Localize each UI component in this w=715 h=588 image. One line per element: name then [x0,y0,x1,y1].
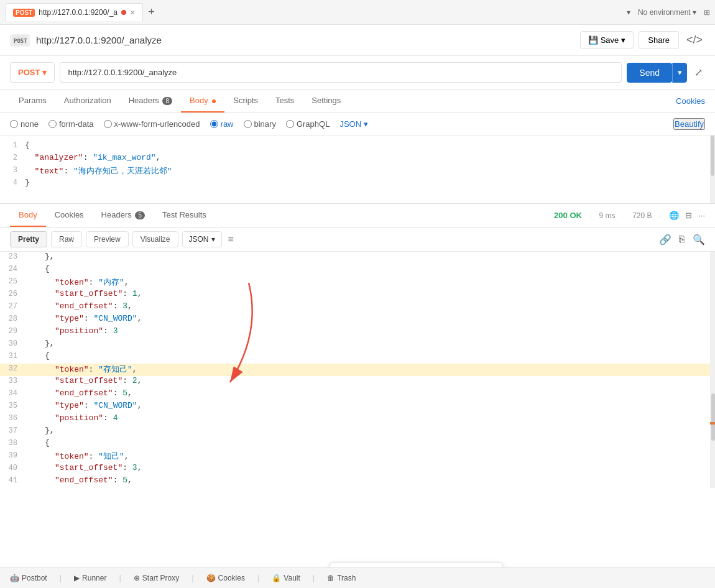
body-options: none form-data x-www-form-urlencoded raw… [0,113,715,136]
option-form-data[interactable]: form-data [48,119,94,129]
save-button[interactable]: 💾 Save ▾ [580,31,634,49]
option-urlencoded[interactable]: x-www-form-urlencoded [104,119,200,129]
response-format-select[interactable]: JSON ▾ [182,231,222,247]
code-line-1: 1 { [0,140,715,153]
expand-icon[interactable]: ⤢ [692,64,705,81]
headers-badge: 8 [162,97,172,105]
request-type-icon: POST [10,34,30,47]
code-icon[interactable]: </> [684,31,705,49]
raw-btn[interactable]: Raw [51,231,82,247]
cookies-status-icon: 🍪 [206,574,216,582]
runner-label: Runner [82,574,106,582]
trash-item[interactable]: 🗑 Trash [327,574,356,582]
cookies-link[interactable]: Cookies [676,96,705,106]
pretty-btn[interactable]: Pretty [10,231,47,247]
tab-scripts[interactable]: Scripts [224,90,267,113]
response-scrollbar[interactable] [710,252,715,488]
send-wrapper: Send ▾ [627,63,687,83]
start-proxy-item[interactable]: ⊕ Start Proxy [134,574,179,582]
status-ok-badge: 200 OK [554,211,582,220]
cookies-status-item[interactable]: 🍪 Cookies [206,574,245,582]
vault-label: Vault [284,574,300,582]
editor-scrollbar[interactable] [710,136,715,203]
link-icon[interactable]: 🔗 [659,234,671,246]
trash-icon: 🗑 [327,574,334,582]
new-tab-button[interactable]: + [143,3,160,21]
tab-tests[interactable]: Tests [267,90,303,113]
request-body-editor[interactable]: 1 { 2 "analyzer": "ik_max_word", 3 "text… [0,136,715,204]
response-status: 200 OK · 9 ms · 720 B · 🌐 ⊟ ··· [554,211,705,220]
url-input[interactable] [60,62,622,83]
rcode-line-28: 28 "type": "CN_WORD", [0,314,715,326]
rcode-line-29: 29 "position": 3 [0,326,715,339]
send-chevron-button[interactable]: ▾ [672,63,687,83]
proxy-icon: ⊕ [134,574,140,582]
code-line-2: 2 "analyzer": "ik_max_word", [0,153,715,165]
status-dot-sep3: · [660,211,662,220]
tab-body[interactable]: Body [181,90,224,113]
tab-authorization[interactable]: Authorization [55,90,120,113]
save-dropdown-icon[interactable]: ▾ [621,35,625,45]
copy-icon[interactable]: ⎘ [679,234,685,246]
toolbar-right-icons: 🔗 ⎘ 🔍 [659,234,705,246]
method-select[interactable]: POST ▾ [10,62,55,83]
tab-close-icon[interactable]: × [130,7,135,17]
send-button[interactable]: Send [627,63,672,83]
rcode-line-24: 24 { [0,264,715,277]
option-binary[interactable]: binary [244,119,276,129]
json-chevron-icon: ▾ [364,119,368,129]
tab-params[interactable]: Params [10,90,55,113]
response-tab-body[interactable]: Body [10,204,46,227]
tab-settings[interactable]: Settings [303,90,349,113]
code-line-4: 4 } [0,178,715,190]
grid-icon[interactable]: ⊟ [685,211,692,220]
response-tab-headers[interactable]: Headers 5 [93,204,154,227]
tab-bar-right: ▾ No environment ▾ ⊞ [627,8,710,17]
runner-icon: ▶ [74,574,80,582]
option-none[interactable]: none [10,119,39,129]
share-button[interactable]: Share [639,31,679,49]
visualize-btn[interactable]: Visualize [132,231,178,247]
search-icon[interactable]: 🔍 [693,234,705,246]
save-label: Save [601,35,619,45]
request-header-actions: 💾 Save ▾ Share </> [580,31,705,49]
cookies-status-label: Cookies [218,574,245,582]
globe-icon[interactable]: 🌐 [669,211,679,220]
rcode-line-40: 40 "start_offset": 3, [0,463,715,475]
option-raw[interactable]: raw [210,119,234,129]
start-proxy-label: Start Proxy [142,574,179,582]
rcode-line-26: 26 "start_offset": 1, [0,289,715,301]
body-active-dot [212,99,216,103]
rcode-line-25: 25 "token": "内存", [0,277,715,289]
rcode-line-35: 35 "type": "CN_WORD", [0,401,715,413]
beautify-button[interactable]: Beautify [673,118,705,130]
json-format-select[interactable]: JSON ▾ [339,119,368,129]
request-tabs-nav: Params Authorization Headers 8 Body Scri… [0,90,715,113]
tab-url: http://127.0.0.1:9200/_a [39,8,118,17]
rcode-line-27: 27 "end_offset": 3, [0,301,715,314]
status-icons: 🌐 ⊟ ··· [669,211,705,220]
active-tab[interactable]: POST http://127.0.0.1:9200/_a × [5,3,143,21]
tab-chevron-icon[interactable]: ▾ [627,8,630,17]
option-graphql[interactable]: GraphQL [286,119,330,129]
method-chevron-icon: ▾ [42,68,47,77]
svg-text:POST: POST [14,38,27,44]
response-headers-badge: 5 [135,211,145,219]
no-environment-select[interactable]: No environment ▾ [638,8,696,17]
preview-btn[interactable]: Preview [86,231,129,247]
vault-item[interactable]: 🔒 Vault [272,574,300,582]
response-tab-test-results[interactable]: Test Results [154,204,215,227]
tab-headers[interactable]: Headers 8 [120,90,181,113]
response-time: 9 ms [599,211,616,220]
response-tab-cookies[interactable]: Cookies [46,204,93,227]
filter-icon[interactable]: ≡ [228,234,234,245]
rcode-line-39: 39 "token": "知己", [0,451,715,463]
runner-item[interactable]: ▶ Runner [74,574,106,582]
environment-icon[interactable]: ⊞ [704,8,710,17]
response-size: 720 B [632,211,652,220]
request-url-title: http://127.0.0.1:9200/_analyze [36,35,574,45]
response-toolbar: Pretty Raw Preview Visualize JSON ▾ ≡ 🔗 … [0,227,715,252]
more-icon[interactable]: ··· [698,211,705,220]
postbot-item[interactable]: 🤖 Postbot [10,574,47,582]
vault-icon: 🔒 [272,574,281,582]
